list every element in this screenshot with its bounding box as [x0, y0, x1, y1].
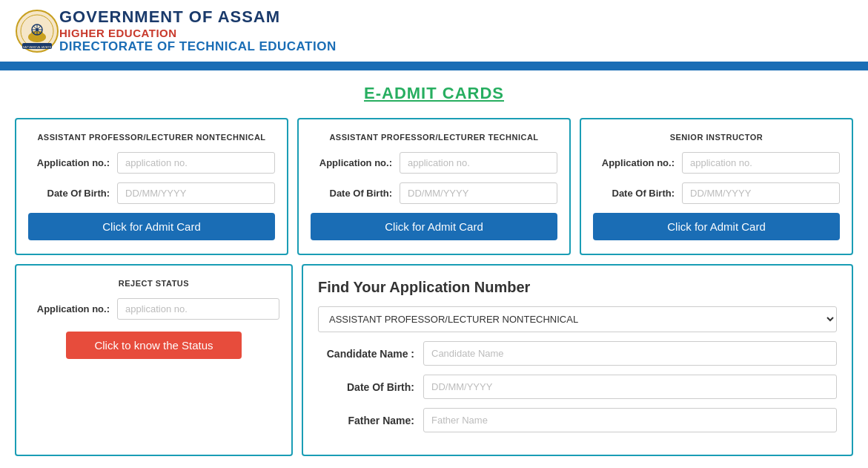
top-row: ASSISTANT PROFESSOR/LECTURER NONTECHNICA… [15, 118, 853, 255]
card-senior-instructor-title: SENIOR INSTRUCTOR [593, 133, 840, 142]
app-input-reject[interactable] [117, 298, 279, 320]
dob-label-senior: Date Of Birth: [593, 188, 675, 199]
app-label-senior: Application no.: [593, 157, 675, 168]
reject-status-btn[interactable]: Click to know the Status [66, 332, 242, 359]
reject-title: REJECT STATUS [28, 279, 279, 288]
bottom-row: REJECT STATUS Application no.: Click to … [15, 264, 853, 456]
admit-card-btn-senior[interactable]: Click for Admit Card [593, 213, 840, 240]
dob-input-senior[interactable] [682, 182, 840, 204]
app-input-senior[interactable] [682, 152, 840, 174]
govt-title: GOVERNMENT OF ASSAM [59, 7, 337, 27]
blue-bar [0, 65, 868, 70]
form-row-app-nontechnical: Application no.: [28, 152, 275, 174]
find-application-panel: Find Your Application Number ASSISTANT P… [302, 264, 853, 456]
dob-input-nontechnical[interactable] [117, 182, 275, 204]
father-name-input[interactable] [423, 408, 837, 432]
svg-text:SATYAMEVA JAYATE: SATYAMEVA JAYATE [23, 45, 52, 49]
dob-input-technical[interactable] [400, 182, 557, 204]
find-dob-label: Date Of Birth: [318, 381, 414, 393]
form-row-app-reject: Application no.: [28, 298, 279, 320]
find-row-father: Father Name: [318, 408, 837, 432]
app-label-nontechnical: Application no.: [28, 157, 110, 168]
card-senior-instructor: SENIOR INSTRUCTOR Application no.: Date … [580, 118, 853, 255]
directorate-title: DIRECTORATE OF TECHNICAL EDUCATION [59, 39, 337, 54]
app-input-technical[interactable] [400, 152, 557, 174]
form-row-app-technical: Application no.: [311, 152, 557, 174]
app-label-reject: Application no.: [28, 303, 110, 314]
father-label: Father Name: [318, 415, 414, 426]
header: SATYAMEVA JAYATE GOVERNMENT OF ASSAM HIG… [0, 0, 868, 65]
card-nontechnical-title: ASSISTANT PROFESSOR/LECTURER NONTECHNICA… [28, 133, 275, 142]
find-dob-input[interactable] [423, 375, 837, 399]
main-content: ASSISTANT PROFESSOR/LECTURER NONTECHNICA… [0, 111, 868, 468]
find-category-select[interactable]: ASSISTANT PROFESSOR/LECTURER NONTECHNICA… [318, 306, 837, 332]
find-title: Find Your Application Number [318, 279, 837, 296]
form-row-dob-senior: Date Of Birth: [593, 182, 840, 204]
dept-title: HIGHER EDUCATION [59, 27, 337, 39]
find-row-dob: Date Of Birth: [318, 375, 837, 399]
form-row-dob-technical: Date Of Birth: [311, 182, 557, 204]
card-technical: ASSISTANT PROFESSOR/LECTURER TECHNICAL A… [297, 118, 571, 255]
admit-card-btn-nontechnical[interactable]: Click for Admit Card [28, 213, 275, 240]
card-reject-status: REJECT STATUS Application no.: Click to … [15, 264, 293, 456]
header-text: GOVERNMENT OF ASSAM HIGHER EDUCATION DIR… [59, 7, 337, 54]
page-title-wrap: E-ADMIT CARDS [0, 70, 868, 111]
app-input-nontechnical[interactable] [117, 152, 275, 174]
app-label-technical: Application no.: [311, 157, 392, 168]
admit-card-btn-technical[interactable]: Click for Admit Card [311, 213, 557, 240]
card-nontechnical: ASSISTANT PROFESSOR/LECTURER NONTECHNICA… [15, 118, 288, 255]
form-row-dob-nontechnical: Date Of Birth: [28, 182, 275, 204]
candidate-name-input[interactable] [423, 341, 837, 366]
card-technical-title: ASSISTANT PROFESSOR/LECTURER TECHNICAL [311, 133, 557, 142]
emblem-icon: SATYAMEVA JAYATE [15, 9, 59, 53]
page-title: E-ADMIT CARDS [364, 84, 504, 102]
dob-label-nontechnical: Date Of Birth: [28, 188, 110, 199]
find-row-candidate: Candidate Name : [318, 341, 837, 366]
candidate-label: Candidate Name : [318, 348, 414, 360]
dob-label-technical: Date Of Birth: [311, 188, 392, 199]
form-row-app-senior: Application no.: [593, 152, 840, 174]
